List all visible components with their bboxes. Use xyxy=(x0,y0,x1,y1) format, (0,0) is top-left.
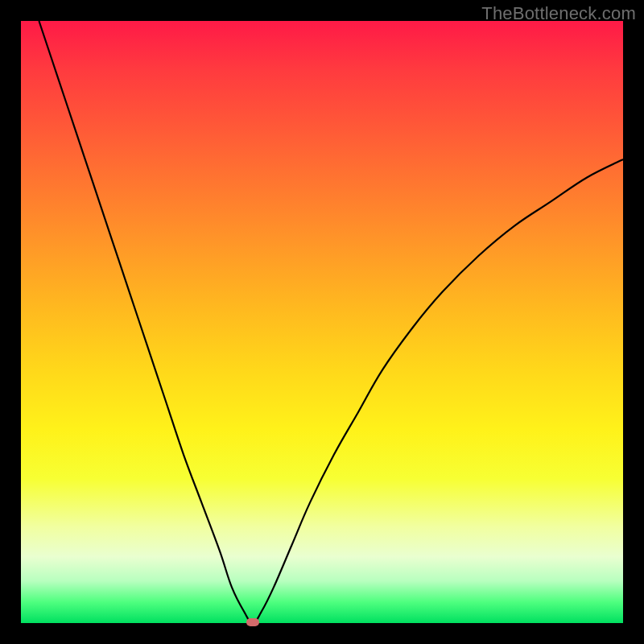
watermark-text: TheBottleneck.com xyxy=(481,3,636,24)
minimum-marker xyxy=(246,618,259,626)
plot-svg xyxy=(21,21,623,623)
plot-area xyxy=(21,21,623,623)
chart-frame: TheBottleneck.com xyxy=(0,0,644,644)
bottleneck-curve xyxy=(39,21,623,623)
